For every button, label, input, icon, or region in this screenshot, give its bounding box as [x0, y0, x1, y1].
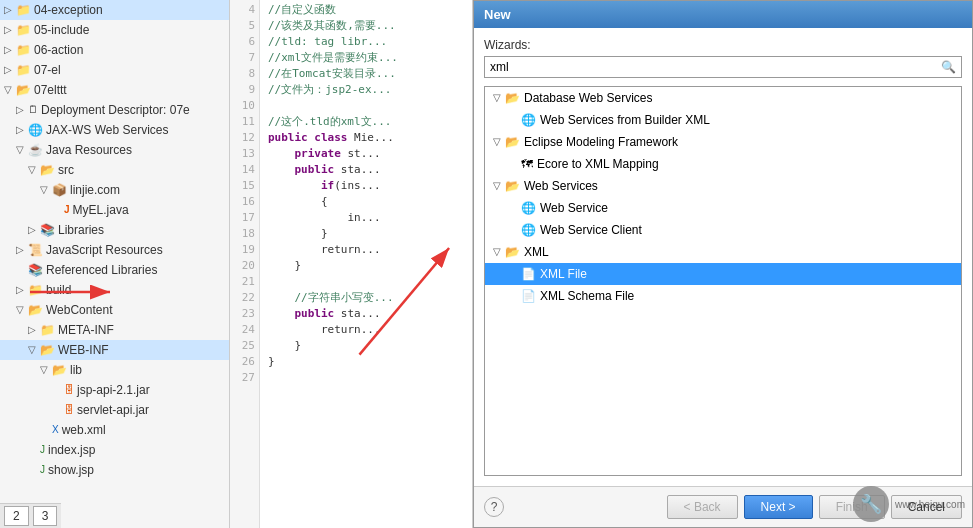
wizard-item-label: Database Web Services [524, 89, 653, 107]
expand-arrow: ▷ [16, 241, 28, 259]
tree-label: 06-action [34, 41, 83, 59]
expand-arrow: ▷ [16, 101, 28, 119]
wizard-item-label: Web Services [524, 177, 598, 195]
tree-item-deployment-descriptor[interactable]: ▷ 🗒 Deployment Descriptor: 07e [0, 100, 229, 120]
tree-item-servlet-api-jar[interactable]: 🗄 servlet-api.jar [0, 400, 229, 420]
wizard-item-web-service[interactable]: 🌐 Web Service [485, 197, 961, 219]
wizard-item-label: XML [524, 243, 549, 261]
expand-arrow: ▷ [16, 121, 28, 139]
folder-icon: 📁 [28, 281, 43, 299]
xml-schema-icon: 📄 [521, 287, 536, 305]
tree-label: servlet-api.jar [77, 401, 149, 419]
expand-arrow: ▷ [28, 321, 40, 339]
tree-item-05-include[interactable]: ▷ 📁 05-include [0, 20, 229, 40]
ws-icon: 🌐 [521, 111, 536, 129]
jar-icon: 🗄 [64, 401, 74, 419]
tree-label: 07elttt [34, 81, 67, 99]
next-button[interactable]: Next > [744, 495, 813, 519]
back-button[interactable]: < Back [667, 495, 738, 519]
expand-arrow: ▽ [28, 161, 40, 179]
tree-item-web-inf[interactable]: ▽ 📂 WEB-INF [0, 340, 229, 360]
wizard-item-web-services-folder[interactable]: ▽ 📂 Web Services [485, 175, 961, 197]
line-numbers: 45678 910111213 1415161718 1920212223 24… [230, 0, 260, 528]
jsp-icon: J [40, 441, 45, 459]
tree-label: WEB-INF [58, 341, 109, 359]
tree-item-jax-ws[interactable]: ▷ 🌐 JAX-WS Web Services [0, 120, 229, 140]
expand-arrow: ▷ [4, 21, 16, 39]
new-wizard-dialog: New Wizards: 🔍 ▽ 📂 Database Web Services [473, 0, 973, 528]
wizard-item-label: Web Service [540, 199, 608, 217]
wizard-item-eclipse-modeling[interactable]: ▽ 📂 Eclipse Modeling Framework [485, 131, 961, 153]
tree-item-index-jsp[interactable]: J index.jsp [0, 440, 229, 460]
bottom-tab-3[interactable]: 3 [33, 506, 58, 526]
expand-arrow: ▷ [28, 221, 40, 239]
folder-icon: 📂 [505, 133, 520, 151]
tab-label: 2 [13, 507, 20, 525]
jsp-icon: J [40, 461, 45, 479]
folder-icon: 📂 [505, 243, 520, 261]
search-box[interactable]: 🔍 [484, 56, 962, 78]
tree-item-webcontent[interactable]: ▽ 📂 WebContent [0, 300, 229, 320]
search-icon: 🔍 [936, 57, 961, 77]
wizard-tree[interactable]: ▽ 📂 Database Web Services 🌐 Web Services… [484, 86, 962, 476]
tree-item-linjie-com[interactable]: ▽ 📦 linjie.com [0, 180, 229, 200]
tree-item-07-el[interactable]: ▷ 📁 07-el [0, 60, 229, 80]
ws-item-icon: 🌐 [521, 199, 536, 217]
tree-label: JAX-WS Web Services [46, 121, 168, 139]
tree-item-myel-java[interactable]: J MyEL.java [0, 200, 229, 220]
expand-arrow: ▽ [16, 141, 28, 159]
tree-label: index.jsp [48, 441, 95, 459]
search-input[interactable] [485, 57, 936, 77]
tree-label: Libraries [58, 221, 104, 239]
tree-item-04-exception[interactable]: ▷ 📁 04-exception [0, 0, 229, 20]
tree-item-07elttt[interactable]: ▽ 📂 07elttt [0, 80, 229, 100]
tree-item-meta-inf[interactable]: ▷ 📁 META-INF [0, 320, 229, 340]
watermark-url: www.heiqu.com [895, 499, 965, 510]
folder-icon: 📂 [40, 341, 55, 359]
expand-arrow: ▽ [493, 177, 505, 195]
folder-icon: 📁 [16, 61, 31, 79]
main-container: ▷ 📁 04-exception ▷ 📁 05-include ▷ 📁 06-a… [0, 0, 973, 528]
expand-arrow: ▷ [4, 41, 16, 59]
wizard-item-label: Ecore to XML Mapping [537, 155, 659, 173]
wizard-item-web-services-builder-xml[interactable]: 🌐 Web Services from Builder XML [485, 109, 961, 131]
expand-arrow: ▷ [4, 1, 16, 19]
tree-item-build[interactable]: ▷ 📁 build [0, 280, 229, 300]
tree-item-show-jsp[interactable]: J show.jsp [0, 460, 229, 480]
expand-arrow: ▽ [28, 341, 40, 359]
tree-item-javascript-resources[interactable]: ▷ 📜 JavaScript Resources [0, 240, 229, 260]
code-editor-panel: 45678 910111213 1415161718 1920212223 24… [230, 0, 473, 528]
tree-label: JavaScript Resources [46, 241, 163, 259]
tree-item-web-xml[interactable]: X web.xml [0, 420, 229, 440]
expand-arrow: ▽ [4, 81, 16, 99]
wizard-item-xml-schema-file[interactable]: 📄 XML Schema File [485, 285, 961, 307]
tree-label: 05-include [34, 21, 89, 39]
ecore-icon: 🗺 [521, 155, 533, 173]
wizard-item-ecore-xml-mapping[interactable]: 🗺 Ecore to XML Mapping [485, 153, 961, 175]
tree-item-referenced-libraries[interactable]: 📚 Referenced Libraries [0, 260, 229, 280]
folder-icon: 📁 [40, 321, 55, 339]
tree-label: Referenced Libraries [46, 261, 157, 279]
tree-item-jsp-api-jar[interactable]: 🗄 jsp-api-2.1.jar [0, 380, 229, 400]
java-resources-icon: ☕ [28, 141, 43, 159]
tree-item-libraries[interactable]: ▷ 📚 Libraries [0, 220, 229, 240]
code-content[interactable]: //自定义函数 //该类及其函数,需要... //tld: tag libr..… [260, 0, 406, 528]
wizard-item-xml-file[interactable]: 📄 XML File [485, 263, 961, 285]
xml-icon: X [52, 421, 59, 439]
project-explorer: ▷ 📁 04-exception ▷ 📁 05-include ▷ 📁 06-a… [0, 0, 230, 528]
watermark: 🔧 www.heiqu.com [853, 486, 965, 522]
wizard-item-web-service-client[interactable]: 🌐 Web Service Client [485, 219, 961, 241]
dialog-body: Wizards: 🔍 ▽ 📂 Database Web Services 🌐 W [474, 28, 972, 486]
wizard-item-db-web-services[interactable]: ▽ 📂 Database Web Services [485, 87, 961, 109]
wizard-item-xml-folder[interactable]: ▽ 📂 XML [485, 241, 961, 263]
expand-arrow: ▷ [16, 281, 28, 299]
dialog-title-bar: New [474, 1, 972, 28]
help-button[interactable]: ? [484, 497, 504, 517]
tree-label: Java Resources [46, 141, 132, 159]
tree-item-06-action[interactable]: ▷ 📁 06-action [0, 40, 229, 60]
tree-item-lib[interactable]: ▽ 📂 lib [0, 360, 229, 380]
bottom-tab-2[interactable]: 2 [4, 506, 29, 526]
watermark-icon: 🔧 [860, 493, 882, 515]
tree-item-java-resources[interactable]: ▽ ☕ Java Resources [0, 140, 229, 160]
tree-item-src[interactable]: ▽ 📂 src [0, 160, 229, 180]
